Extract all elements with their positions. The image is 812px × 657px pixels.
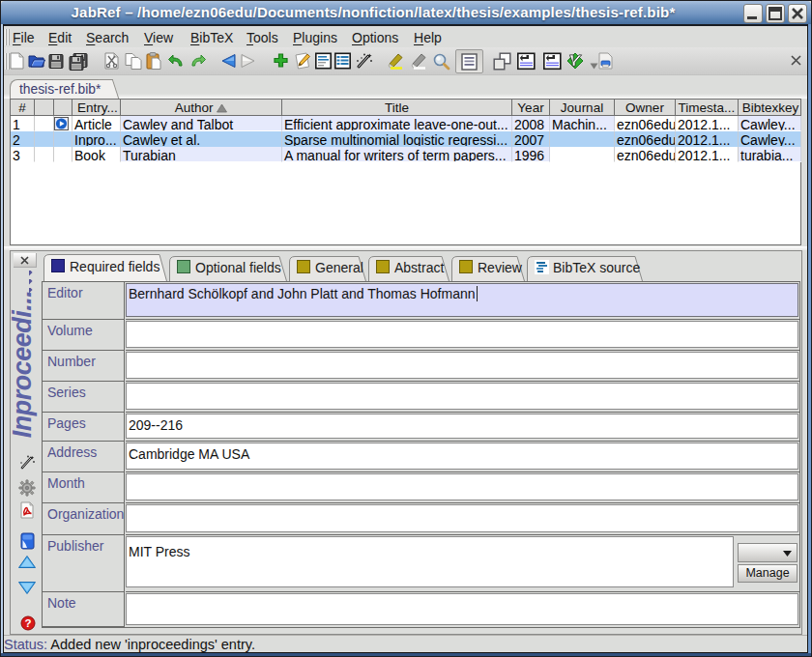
svg-text:?: ?: [24, 617, 31, 629]
